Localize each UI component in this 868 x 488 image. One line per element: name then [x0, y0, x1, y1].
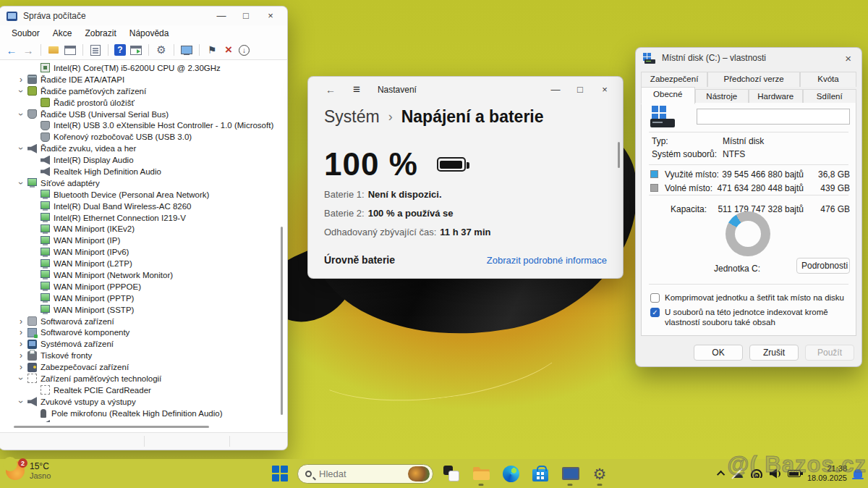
dialog-titlebar[interactable]: Místní disk (C:) – vlastnosti × — [636, 48, 861, 68]
expand-chevron-icon[interactable]: › — [17, 351, 25, 360]
tab-sdileni[interactable]: Sdílení — [803, 89, 857, 104]
computer-icon[interactable] — [180, 43, 193, 56]
scan-hardware-icon[interactable] — [205, 43, 218, 56]
tab-predchozi-verze[interactable]: Předchozí verze — [707, 72, 800, 87]
tree-item[interactable]: Intel(R) Core(TM) i5-6200U CPU @ 2.30GHz — [0, 62, 277, 74]
zrusit-button[interactable]: Zrušit — [749, 345, 799, 361]
tree-item[interactable]: WAN Miniport (Network Monitor) — [0, 269, 277, 281]
tree-item[interactable]: WAN Miniport (IP) — [0, 235, 277, 246]
show-window-icon[interactable] — [129, 43, 142, 56]
tree-item[interactable]: ›Řadiče IDE ATA/ATAPI — [0, 74, 277, 85]
tray-overflow-chevron-icon[interactable] — [717, 471, 725, 479]
ok-button[interactable]: OK — [694, 345, 743, 361]
tree-item[interactable]: ›Tiskové fronty — [0, 350, 277, 361]
volume-label-field[interactable] — [697, 109, 850, 125]
window-titlebar[interactable]: ← ≡ Nastavení — □ × — [308, 77, 623, 103]
search-highlight-image[interactable] — [408, 466, 430, 481]
back-icon[interactable] — [5, 43, 18, 56]
tree-item[interactable]: Intel(R) Display Audio — [0, 154, 277, 166]
tree-item[interactable]: ›Zvukové vstupy a výstupy — [0, 396, 277, 408]
disable-device-icon[interactable] — [239, 45, 250, 56]
notification-bell-icon[interactable] — [854, 469, 862, 478]
back-arrow-icon[interactable]: ← — [321, 83, 340, 96]
tree-item[interactable]: Kořenový rozbočovač USB (USB 3.0) — [0, 131, 277, 143]
tree-item[interactable]: ›Zabezpečovací zařízení — [0, 361, 277, 373]
wifi-icon[interactable] — [750, 469, 763, 478]
tree-item[interactable]: ›Síťové adaptéry — [0, 177, 277, 189]
maximize-button[interactable]: □ — [568, 82, 592, 98]
menu-soubor[interactable]: Soubor — [7, 27, 45, 40]
tree-item[interactable]: WAN Miniport (SSTP) — [0, 304, 277, 316]
search-box[interactable] — [297, 464, 433, 484]
hamburger-menu-icon[interactable]: ≡ — [353, 83, 360, 97]
tree-item[interactable]: ›Systémová zařízení — [0, 338, 277, 350]
tree-item[interactable]: Pole mikrofonu (Realtek High Definition … — [0, 408, 277, 419]
show-console-tree-icon[interactable] — [47, 43, 60, 56]
menu-napoveda[interactable]: Nápověda — [124, 27, 174, 40]
horizontal-scrollbar-thumb[interactable] — [14, 426, 209, 428]
tab-hardware[interactable]: Hardware — [749, 89, 803, 104]
tree-item[interactable]: Intel(R) Dual Band Wireless-AC 8260 — [0, 201, 277, 212]
onedrive-offline-icon[interactable]: ☁ — [731, 468, 744, 480]
microsoft-store-taskbar-button[interactable] — [529, 460, 552, 487]
tree-item[interactable]: Reproduktor/HP (Realtek High Definition … — [0, 419, 277, 422]
tree-item[interactable]: WAN Miniport (L2TP) — [0, 258, 277, 269]
pouzit-button[interactable]: Použít — [805, 345, 854, 361]
tree-item[interactable]: ›Zařízení paměťových technologií — [0, 373, 277, 384]
computer-management-taskbar-button[interactable] — [558, 460, 582, 487]
breadcrumb-root[interactable]: Systém — [324, 107, 380, 127]
search-input[interactable] — [318, 468, 408, 480]
details-button[interactable]: Podrobnosti — [796, 258, 850, 274]
help-icon[interactable] — [114, 44, 126, 56]
checkbox[interactable] — [650, 293, 660, 303]
properties-icon[interactable] — [64, 43, 77, 56]
tab-kvota[interactable]: Kvóta — [800, 72, 856, 87]
tree-item[interactable]: Intel(R) USB 3.0 eXtensible Host Control… — [0, 119, 277, 131]
uninstall-icon[interactable] — [222, 43, 235, 56]
tree-item[interactable]: ›Řadiče USB (Universal Serial Bus) — [0, 109, 277, 120]
vertical-scrollbar-thumb[interactable] — [281, 227, 283, 415]
forward-icon[interactable] — [22, 43, 35, 56]
close-icon[interactable]: × — [842, 52, 854, 64]
maximize-button[interactable]: □ — [234, 8, 258, 24]
task-view-taskbar-button[interactable] — [440, 460, 463, 487]
collapse-chevron-icon[interactable]: › — [17, 374, 25, 383]
expand-chevron-icon[interactable]: › — [17, 317, 25, 326]
minimize-button[interactable]: — — [209, 8, 234, 24]
tree-item[interactable]: WAN Miniport (IKEv2) — [0, 223, 277, 235]
expand-chevron-icon[interactable]: › — [17, 340, 25, 348]
tree-item[interactable]: Bluetooth Device (Personal Area Network) — [0, 189, 277, 201]
expand-chevron-icon[interactable]: › — [17, 75, 25, 84]
vertical-scrollbar[interactable] — [618, 142, 621, 171]
tab-zabezpeceni[interactable]: Zabezpečení — [641, 72, 707, 87]
collapse-chevron-icon[interactable]: › — [17, 87, 25, 96]
tree-item[interactable]: ›Řadiče paměťových zařízení — [0, 85, 277, 97]
tree-item[interactable]: ›Softwarové komponenty — [0, 327, 277, 338]
tree-item[interactable]: ›Řadiče zvuku, videa a her — [0, 143, 277, 154]
battery-tray-icon[interactable] — [788, 470, 801, 477]
tree-item[interactable]: Intel(R) Ethernet Connection I219-V — [0, 212, 277, 224]
tree-item[interactable]: Realtek PCIE CardReader — [0, 384, 277, 396]
collapse-chevron-icon[interactable]: › — [17, 179, 25, 188]
collapse-chevron-icon[interactable]: › — [17, 144, 25, 153]
collapse-chevron-icon[interactable]: › — [17, 110, 25, 119]
expand-chevron-icon[interactable]: › — [17, 328, 25, 337]
tree-item[interactable]: Řadič prostorů úložišť — [0, 97, 277, 109]
menu-akce[interactable]: Akce — [48, 27, 77, 40]
vertical-scrollbar-thumb[interactable] — [618, 142, 620, 168]
tree-item[interactable]: Realtek High Definition Audio — [0, 166, 277, 177]
menu-zobrazit[interactable]: Zobrazit — [80, 27, 121, 40]
checkbox-checked[interactable]: ✓ — [650, 308, 660, 317]
show-detailed-info-link[interactable]: Zobrazit podrobné informace — [487, 255, 607, 266]
tree-item[interactable]: WAN Miniport (IPv6) — [0, 246, 277, 258]
window-titlebar[interactable]: Správa počítače — □ × — [0, 7, 287, 25]
tree-item[interactable]: WAN Miniport (PPTP) — [0, 293, 277, 304]
action-list-icon[interactable] — [89, 43, 102, 56]
tab-obecne[interactable]: Obecné — [641, 87, 695, 104]
tab-nastroje[interactable]: Nástroje — [695, 89, 749, 104]
horizontal-scrollbar[interactable] — [0, 424, 277, 431]
close-button[interactable]: × — [592, 82, 617, 98]
settings-taskbar-button[interactable]: ⚙ — [588, 460, 611, 487]
expand-chevron-icon[interactable]: › — [17, 363, 25, 371]
close-button[interactable]: × — [258, 8, 283, 24]
